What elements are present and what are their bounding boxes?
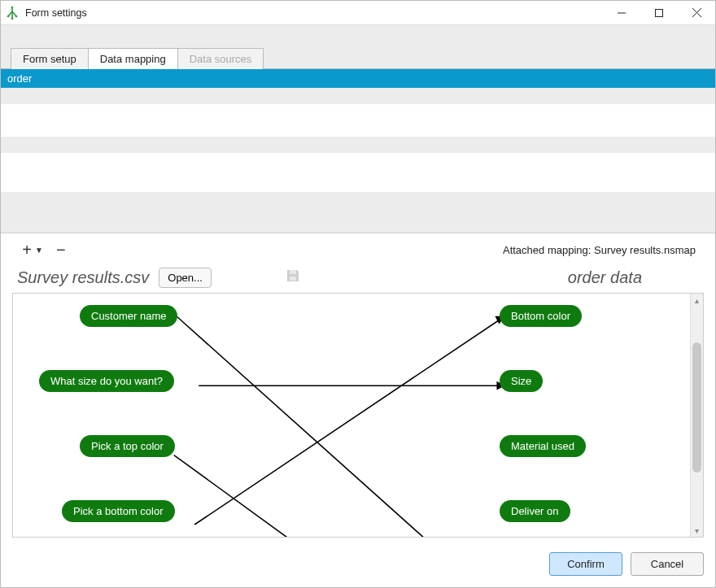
- source-file-label: Survey results.csv: [17, 268, 149, 287]
- svg-rect-8: [290, 270, 296, 274]
- dialog-footer: Confirm Cancel: [1, 544, 715, 587]
- save-icon: [285, 268, 301, 288]
- tab-data-mapping[interactable]: Data mapping: [88, 48, 178, 69]
- status-prefix: Attached mapping:: [503, 244, 594, 256]
- svg-line-13: [174, 455, 310, 537]
- close-button[interactable]: [678, 1, 715, 25]
- confirm-button[interactable]: Confirm: [549, 552, 622, 576]
- tab-form-setup[interactable]: Form setup: [11, 48, 89, 69]
- svg-rect-5: [656, 9, 663, 16]
- scrollbar-thumb[interactable]: [692, 342, 701, 473]
- source-field-pill[interactable]: Customer name: [80, 305, 177, 327]
- cancel-button[interactable]: Cancel: [631, 552, 704, 576]
- attached-mapping-status: Attached mapping: Survey results.nsmap: [503, 244, 701, 256]
- tab-strip: Form setup Data mapping Data sources: [1, 48, 715, 69]
- source-field-pill[interactable]: Pick a bottom color: [62, 500, 175, 522]
- tab-data-sources: Data sources: [177, 48, 264, 69]
- list-blank-row: [1, 153, 715, 192]
- target-field-pill[interactable]: Size: [500, 370, 543, 392]
- target-label: order data: [301, 268, 699, 287]
- status-filename: Survey results.nsmap: [594, 244, 696, 256]
- window-title: Form settings: [24, 7, 603, 19]
- titlebar: Form settings: [1, 1, 715, 25]
- scroll-up-icon[interactable]: ▴: [691, 294, 703, 307]
- scroll-down-icon[interactable]: ▾: [691, 524, 703, 537]
- target-field-pill[interactable]: Bottom color: [500, 305, 582, 327]
- add-dropdown-caret-icon[interactable]: ▼: [35, 246, 43, 255]
- open-button[interactable]: Open...: [159, 268, 212, 288]
- svg-point-3: [11, 17, 14, 19]
- app-icon: [1, 7, 24, 20]
- mapping-header: Survey results.csv Open... order data: [1, 266, 715, 293]
- svg-line-10: [177, 316, 443, 537]
- mapping-list: order: [1, 68, 715, 192]
- svg-point-1: [7, 15, 10, 17]
- minimize-button[interactable]: [603, 1, 640, 25]
- mapping-canvas[interactable]: Customer name What size do you want? Pic…: [12, 293, 704, 538]
- target-field-pill[interactable]: Deliver on: [500, 500, 570, 522]
- svg-point-0: [11, 7, 14, 8]
- target-field-pill[interactable]: Material used: [500, 435, 586, 457]
- remove-button[interactable]: −: [50, 238, 72, 261]
- canvas-scrollbar[interactable]: ▴ ▾: [690, 294, 703, 537]
- window: Form settings Form setup Data mapping Da…: [0, 0, 716, 588]
- list-item-selected[interactable]: order: [1, 69, 715, 88]
- source-field-pill[interactable]: Pick a top color: [80, 435, 175, 457]
- svg-line-14: [194, 316, 504, 525]
- list-blank-row: [1, 104, 715, 137]
- svg-rect-9: [290, 277, 296, 281]
- maximize-button[interactable]: [640, 1, 678, 25]
- mapping-toolbar: + ▼ − Attached mapping: Survey results.n…: [1, 233, 715, 266]
- svg-point-2: [15, 15, 18, 17]
- source-field-pill[interactable]: What size do you want?: [39, 370, 174, 392]
- upper-panel: Form setup Data mapping Data sources ord…: [1, 25, 715, 233]
